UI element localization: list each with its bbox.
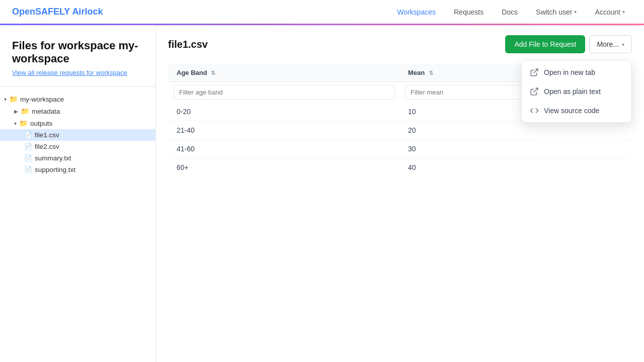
tree-item-supporting[interactable]: 📄 supporting.txt — [0, 164, 155, 175]
col-age-band-label: Age Band — [177, 69, 207, 76]
more-button[interactable]: More... ▾ — [589, 35, 632, 53]
cell-age-band: 60+ — [169, 158, 400, 177]
dropdown-open-new-tab-label: Open in new tab — [544, 68, 595, 76]
outputs-chevron-icon: ▾ — [14, 121, 17, 126]
more-dropdown-menu: Open in new tab Open as plain text View … — [521, 60, 632, 123]
navbar: OpenSAFELY Airlock Workspaces Requests D… — [0, 0, 644, 25]
outputs-folder-icon: 📁 — [19, 119, 28, 127]
cell-age-band: 21-40 — [169, 121, 400, 140]
table-row: 41-6030 — [169, 140, 632, 158]
supporting-icon: 📄 — [24, 166, 32, 173]
nav-requests[interactable]: Requests — [447, 5, 491, 19]
brand-logo: OpenSAFELY Airlock — [12, 7, 103, 17]
outputs-label: outputs — [30, 120, 52, 127]
supporting-label: supporting.txt — [35, 166, 75, 173]
tree-item-file1[interactable]: 📄 file1.csv — [0, 129, 155, 141]
file1-icon: 📄 — [24, 131, 32, 139]
metadata-folder-icon: 📁 — [21, 107, 29, 115]
file-header: file1.csv Add File to Request More... ▾ — [168, 35, 632, 53]
external-link-plain-icon — [530, 87, 539, 96]
add-file-button[interactable]: Add File to Request — [505, 35, 585, 53]
external-link-icon — [530, 68, 539, 77]
main-content: file1.csv Add File to Request More... ▾ … — [156, 25, 644, 362]
summary-icon: 📄 — [24, 154, 32, 162]
svg-line-0 — [534, 69, 538, 73]
dropdown-open-plain-text-label: Open as plain text — [544, 87, 601, 96]
navbar-links: Workspaces Requests Docs Switch user ▾ A… — [390, 5, 632, 19]
table-row: 21-4020 — [169, 121, 632, 140]
workspace-folder-icon: 📁 — [9, 95, 18, 103]
brand-name-part1: OpenSAFELY — [12, 7, 70, 17]
brand-name-part2: Airlock — [72, 7, 103, 17]
cell-age-band: 0-20 — [169, 103, 400, 121]
cell-age-band: 41-60 — [169, 140, 400, 158]
view-release-requests-link[interactable]: View all release requests for workspace — [12, 69, 127, 76]
metadata-label: metadata — [32, 108, 60, 115]
account-label: Account — [595, 8, 620, 16]
summary-label: summary.txt — [35, 154, 71, 162]
file2-icon: 📄 — [24, 143, 32, 150]
main-layout: Files for workspace my-workspace View al… — [0, 25, 644, 362]
file-title: file1.csv — [168, 39, 208, 50]
col-age-band[interactable]: Age Band ⇅ — [169, 64, 400, 82]
more-button-label: More... — [597, 40, 619, 48]
page-header: Files for workspace my-workspace View al… — [0, 31, 155, 80]
more-chevron-icon: ▾ — [622, 42, 624, 47]
nav-docs[interactable]: Docs — [495, 5, 525, 19]
cell-mean: 20 — [400, 121, 632, 140]
dropdown-view-source-label: View source code — [544, 107, 599, 115]
svg-line-1 — [534, 88, 538, 92]
account-dropdown[interactable]: Account ▾ — [588, 5, 632, 19]
tree-item-workspace[interactable]: ▾ 📁 my-workspace — [0, 93, 155, 105]
page-title: Files for workspace my-workspace — [12, 39, 143, 65]
col-mean-label: Mean — [408, 69, 425, 76]
tree-item-metadata[interactable]: ▶ 📁 metadata — [0, 105, 155, 117]
file2-label: file2.csv — [35, 143, 59, 150]
switch-user-chevron-icon: ▾ — [574, 9, 577, 15]
switch-user-label: Switch user — [536, 8, 572, 16]
cell-mean: 40 — [400, 158, 632, 177]
tree-divider — [0, 86, 155, 87]
tree-item-outputs[interactable]: ▾ 📁 outputs — [0, 117, 155, 129]
switch-user-dropdown[interactable]: Switch user ▾ — [529, 5, 584, 19]
account-chevron-icon: ▾ — [622, 9, 625, 15]
metadata-chevron-icon: ▶ — [14, 109, 18, 114]
file-actions: Add File to Request More... ▾ — [505, 35, 632, 53]
filter-age-band-input[interactable] — [174, 85, 395, 100]
workspace-chevron-icon: ▾ — [4, 97, 7, 102]
sidebar: Files for workspace my-workspace View al… — [0, 25, 156, 362]
dropdown-view-source[interactable]: View source code — [522, 101, 631, 120]
tree-item-summary[interactable]: 📄 summary.txt — [0, 152, 155, 164]
cell-mean: 30 — [400, 140, 632, 158]
dropdown-open-new-tab[interactable]: Open in new tab — [522, 63, 631, 82]
tree-item-file2[interactable]: 📄 file2.csv — [0, 141, 155, 152]
sort-mean-icon[interactable]: ⇅ — [429, 70, 433, 76]
workspace-label: my-workspace — [20, 96, 64, 103]
table-row: 60+40 — [169, 158, 632, 177]
sort-age-band-icon[interactable]: ⇅ — [211, 70, 215, 76]
file1-label: file1.csv — [35, 131, 59, 139]
code-icon — [530, 106, 539, 115]
dropdown-open-plain-text[interactable]: Open as plain text — [522, 82, 631, 101]
nav-workspaces[interactable]: Workspaces — [390, 5, 443, 19]
